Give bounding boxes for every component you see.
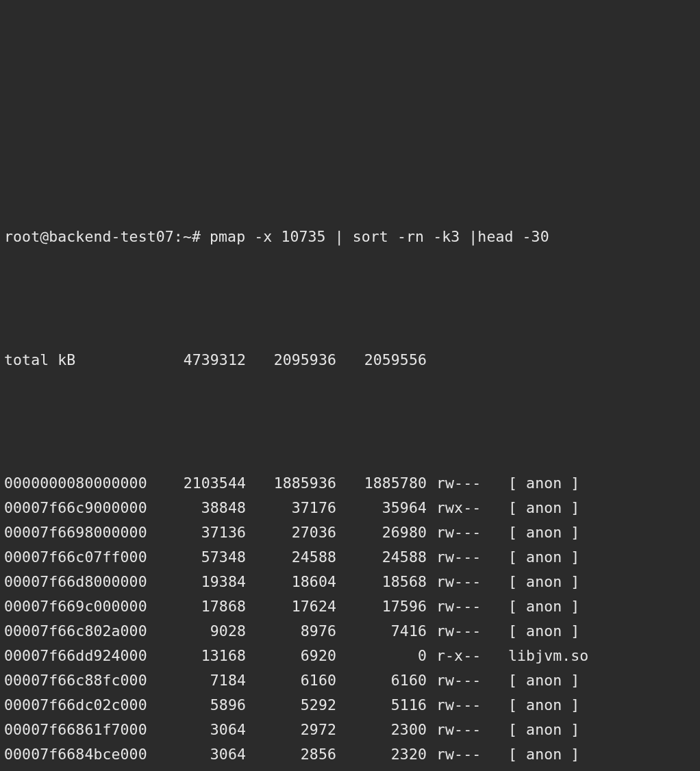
table-row: 00007f6698000000371362703626980rw--- [ a… bbox=[4, 520, 696, 545]
col-address: 00007f66861f7000 bbox=[4, 718, 148, 742]
table-row: 00007f66c802a000902889767416rw--- [ anon… bbox=[4, 619, 696, 644]
col-address: 00007f66dd924000 bbox=[4, 644, 148, 668]
col-rss: 2972 bbox=[246, 718, 336, 742]
table-row: 0000000080000000210354418859361885780rw-… bbox=[4, 471, 696, 496]
col-spacer bbox=[495, 545, 508, 570]
col-mode: rw--- bbox=[436, 718, 495, 742]
total-kb: 4739312 bbox=[80, 348, 246, 372]
col-rss: 2856 bbox=[246, 742, 336, 767]
col-mode: rw--- bbox=[436, 619, 495, 644]
col-mode: rw--- bbox=[436, 545, 495, 570]
col-spacer bbox=[495, 570, 508, 594]
col-kbytes: 3064 bbox=[148, 767, 246, 771]
col-kbytes: 57348 bbox=[148, 545, 246, 570]
col-dirty: 2308 bbox=[336, 767, 427, 771]
col-spacer bbox=[495, 594, 508, 619]
col-address: 00007f66c9000000 bbox=[4, 496, 148, 520]
col-dirty: 18568 bbox=[336, 570, 427, 594]
col-kbytes: 2103544 bbox=[148, 471, 246, 496]
col-mode: rw--- bbox=[436, 520, 495, 545]
table-row: 00007f6684bce000306428562320rw--- [ anon… bbox=[4, 742, 696, 767]
col-kbytes: 5896 bbox=[148, 693, 246, 718]
col-mode: rw--- bbox=[436, 668, 495, 693]
col-dirty: 1885780 bbox=[336, 471, 427, 496]
prompt-symbol: # bbox=[192, 228, 201, 245]
col-mode: r-x-- bbox=[436, 644, 495, 668]
col-mapping: libjvm.so bbox=[508, 644, 588, 668]
col-mapping: [ anon ] bbox=[508, 570, 579, 594]
total-label: total kB bbox=[4, 348, 80, 372]
col-rss: 6160 bbox=[246, 668, 336, 693]
col-kbytes: 38848 bbox=[148, 496, 246, 520]
col-mapping: [ anon ] bbox=[508, 767, 579, 771]
table-row: 00007f66853d0000306428282308rw--- [ anon… bbox=[4, 767, 696, 771]
col-dirty: 6160 bbox=[336, 668, 427, 693]
col-rss: 5292 bbox=[246, 693, 336, 718]
col-spacer bbox=[495, 520, 508, 545]
col-mapping: [ anon ] bbox=[508, 693, 579, 718]
table-row: 00007f66c9000000388483717635964rwx-- [ a… bbox=[4, 496, 696, 520]
col-spacer bbox=[495, 767, 508, 771]
col-dirty: 35964 bbox=[336, 496, 427, 520]
table-row: 00007f66dd9240001316869200r-x--libjvm.so bbox=[4, 644, 696, 668]
col-rss: 8976 bbox=[246, 619, 336, 644]
col-spacer bbox=[495, 619, 508, 644]
col-dirty: 24588 bbox=[336, 545, 427, 570]
col-address: 00007f66853d0000 bbox=[4, 767, 148, 771]
col-address: 00007f6684bce000 bbox=[4, 742, 148, 767]
col-dirty: 2320 bbox=[336, 742, 427, 767]
col-kbytes: 3064 bbox=[148, 718, 246, 742]
col-address: 0000000080000000 bbox=[4, 471, 148, 496]
col-mapping: [ anon ] bbox=[508, 496, 579, 520]
terminal-output[interactable]: root@backend-test07:~# pmap -x 10735 | s… bbox=[0, 123, 700, 771]
table-row: 00007f669c000000178681762417596rw--- [ a… bbox=[4, 594, 696, 619]
command-text: pmap -x 10735 | sort -rn -k3 |head -30 bbox=[210, 228, 549, 245]
col-mapping: [ anon ] bbox=[508, 520, 579, 545]
col-kbytes: 17868 bbox=[148, 594, 246, 619]
col-dirty: 2300 bbox=[336, 718, 427, 742]
col-dirty: 0 bbox=[336, 644, 427, 668]
table-row: 00007f66c88fc000718461606160rw--- [ anon… bbox=[4, 668, 696, 693]
col-rss: 18604 bbox=[246, 570, 336, 594]
total-rss: 2095936 bbox=[246, 348, 336, 372]
col-spacer bbox=[495, 668, 508, 693]
col-mapping: [ anon ] bbox=[508, 742, 579, 767]
col-mapping: [ anon ] bbox=[508, 668, 579, 693]
col-mapping: [ anon ] bbox=[508, 619, 579, 644]
col-kbytes: 19384 bbox=[148, 570, 246, 594]
col-mode: rw--- bbox=[436, 742, 495, 767]
col-mode: rw--- bbox=[436, 693, 495, 718]
col-mapping: [ anon ] bbox=[508, 471, 579, 496]
col-address: 00007f669c000000 bbox=[4, 594, 148, 619]
prompt-path: ~ bbox=[183, 228, 192, 245]
col-rss: 27036 bbox=[246, 520, 336, 545]
col-rss: 37176 bbox=[246, 496, 336, 520]
col-mode: rw--- bbox=[436, 594, 495, 619]
col-kbytes: 7184 bbox=[148, 668, 246, 693]
table-row: 00007f66d8000000193841860418568rw--- [ a… bbox=[4, 570, 696, 594]
col-mode: rw--- bbox=[436, 570, 495, 594]
col-address: 00007f66c07ff000 bbox=[4, 545, 148, 570]
col-address: 00007f66c88fc000 bbox=[4, 668, 148, 693]
col-rss: 6920 bbox=[246, 644, 336, 668]
col-spacer bbox=[495, 718, 508, 742]
col-kbytes: 13168 bbox=[148, 644, 246, 668]
col-spacer bbox=[495, 471, 508, 496]
total-dirty: 2059556 bbox=[336, 348, 427, 372]
table-row: 00007f66c07ff000573482458824588rw--- [ a… bbox=[4, 545, 696, 570]
table-row: 00007f66861f7000306429722300rw--- [ anon… bbox=[4, 718, 696, 742]
col-mapping: [ anon ] bbox=[508, 545, 579, 570]
col-mapping: [ anon ] bbox=[508, 594, 579, 619]
col-dirty: 7416 bbox=[336, 619, 427, 644]
col-kbytes: 3064 bbox=[148, 742, 246, 767]
prompt-colon: : bbox=[174, 228, 183, 245]
col-rss: 17624 bbox=[246, 594, 336, 619]
col-spacer bbox=[495, 742, 508, 767]
col-mode: rw--- bbox=[436, 767, 495, 771]
col-dirty: 17596 bbox=[336, 594, 427, 619]
col-mapping: [ anon ] bbox=[508, 718, 579, 742]
col-kbytes: 37136 bbox=[148, 520, 246, 545]
col-kbytes: 9028 bbox=[148, 619, 246, 644]
col-address: 00007f66dc02c000 bbox=[4, 693, 148, 718]
col-mode: rwx-- bbox=[436, 496, 495, 520]
